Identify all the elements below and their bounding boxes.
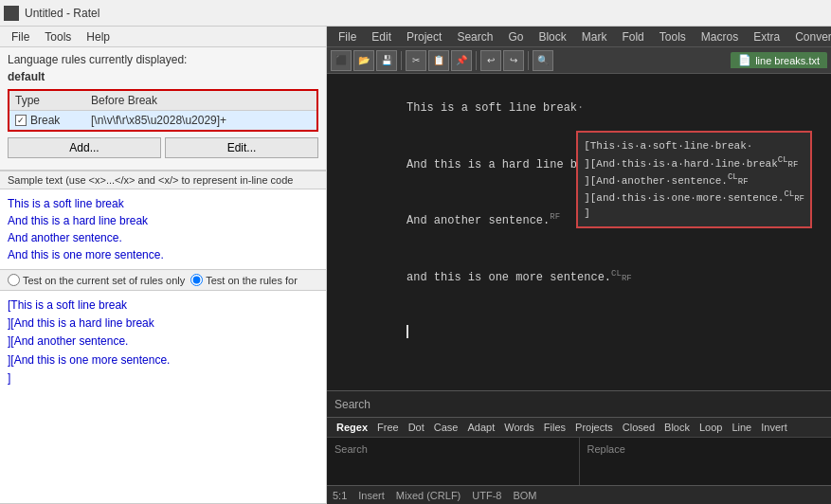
sample-text-area: This is a soft line break And this is a … [0, 189, 326, 270]
search-bar-label: Search [334, 398, 370, 411]
editor-content[interactable]: This is a soft line break· And this is a… [327, 74, 831, 390]
right-menu-block[interactable]: Block [531, 28, 573, 45]
right-menu-fold[interactable]: Fold [614, 28, 651, 45]
radio-rules[interactable] [190, 274, 203, 286]
opt-closed[interactable]: Closed [619, 420, 659, 435]
break-3: CL [611, 269, 622, 279]
right-menu-edit[interactable]: Edit [364, 28, 399, 45]
opt-line[interactable]: Line [728, 420, 755, 435]
add-button[interactable]: Add... [8, 137, 161, 158]
right-menu-mark[interactable]: Mark [574, 28, 615, 45]
right-menu-project[interactable]: Project [399, 28, 449, 45]
right-menu-macros[interactable]: Macros [694, 28, 746, 45]
overlay-line-0: [This·is·a·soft·line·break· [584, 138, 804, 154]
left-menu-bar: File Tools Help [0, 27, 326, 47]
opt-block[interactable]: Block [660, 420, 694, 435]
opt-files[interactable]: Files [540, 420, 569, 435]
sample-line-2: And another sentence. [8, 229, 318, 246]
status-charset: UTF-8 [472, 490, 501, 501]
status-position: 5:1 [333, 490, 347, 501]
result-line-4: ] [8, 369, 318, 387]
result-line-2: ][And another sentence. [8, 333, 318, 351]
result-text-area: [This is a soft line break ][And this is… [0, 291, 326, 504]
right-menu-bar: File Edit Project Search Go Block Mark F… [327, 27, 831, 47]
left-top: Language rules currently displayed: defa… [0, 47, 326, 171]
line-text-2: And another sentence. [406, 214, 550, 227]
search-inputs: Search Replace [327, 438, 831, 485]
search-panel: Regex Free Dot Case Adapt Words Files Pr… [327, 417, 831, 485]
tb-undo[interactable]: ↩ [480, 50, 501, 71]
radio-label-2[interactable]: Test on the rules for [190, 274, 298, 286]
sample-line-0: This is a soft line break [8, 195, 318, 212]
radio-row: Test on the current set of rules only Te… [0, 270, 326, 291]
title-bar: Untitled - Ratel [0, 0, 831, 27]
soft-break-0: · [577, 101, 584, 115]
rules-table: Type Before Break ✓ Break [9, 91, 316, 130]
opt-free[interactable]: Free [373, 420, 403, 435]
opt-regex[interactable]: Regex [333, 420, 371, 435]
sample-label: Sample text (use <x>...</x> and <x/> to … [0, 171, 326, 189]
search-overlay: [This·is·a·soft·line·break· ][And·this·i… [576, 131, 812, 228]
status-bom: BOM [513, 490, 536, 501]
menu-tools[interactable]: Tools [37, 28, 79, 45]
edit-button[interactable]: Edit... [165, 137, 318, 158]
line-text-3: and this is one more sentence. [406, 271, 611, 284]
menu-help[interactable]: Help [79, 28, 117, 45]
overlay-line-4: ] [584, 206, 804, 222]
replace-input-area[interactable]: Replace [580, 438, 832, 485]
tb-cut[interactable]: ✂ [406, 50, 426, 71]
language-label: Language rules currently displayed: [8, 53, 318, 66]
tb-open[interactable]: 📂 [353, 50, 374, 71]
right-menu-tools[interactable]: Tools [652, 28, 694, 45]
right-menu-go[interactable]: Go [500, 28, 531, 45]
overlay-line-2: ][And·another·sentence.CLRF [584, 171, 804, 189]
sample-line-1: And this is a hard line break [8, 212, 318, 229]
file-tab-icon: 📄 [738, 54, 751, 66]
sep-3 [528, 51, 529, 70]
overlay-line-3: ][and·this·is·one·more·sentence.CLRF [584, 189, 804, 206]
status-encoding: Mixed (CRLF) [396, 490, 461, 501]
search-input-area[interactable]: Search [327, 438, 580, 485]
tb-save[interactable]: 💾 [376, 50, 397, 71]
opt-adapt[interactable]: Adapt [463, 420, 498, 435]
toolbar-1: ⬛ 📂 💾 ✂ 📋 📌 ↩ ↪ 🔍 📄 line breaks.txt [327, 47, 831, 74]
btn-row: Add... Edit... [8, 137, 318, 158]
opt-loop[interactable]: Loop [696, 420, 726, 435]
opt-projects[interactable]: Projects [571, 420, 617, 435]
right-menu-search[interactable]: Search [449, 28, 500, 45]
radio-current[interactable] [8, 274, 20, 286]
title-text: Untitled - Ratel [25, 7, 99, 20]
table-row[interactable]: ✓ Break [\n\v\f\r\x85\u2028\u2029]+ [9, 111, 316, 131]
file-tab-name: line breaks.txt [755, 55, 820, 66]
tb-copy[interactable]: 📋 [428, 50, 449, 71]
right-menu-extra[interactable]: Extra [746, 28, 787, 45]
status-bar: 5:1 Insert Mixed (CRLF) UTF-8 BOM [327, 485, 831, 504]
line-text-1: And this is a hard line break [406, 158, 605, 171]
sample-line-3: And this is one more sentence. [8, 246, 318, 263]
menu-file[interactable]: File [4, 28, 37, 45]
file-tab[interactable]: 📄 line breaks.txt [731, 52, 827, 68]
tb-find[interactable]: 🔍 [533, 50, 553, 71]
tb-redo[interactable]: ↪ [503, 50, 524, 71]
type-value: Break [30, 114, 60, 127]
right-menu-file[interactable]: File [331, 28, 364, 45]
editor-area[interactable]: This is a soft line break· And this is a… [327, 74, 831, 504]
break-2: RF [550, 212, 560, 222]
opt-dot[interactable]: Dot [405, 420, 428, 435]
checkbox-cell: ✓ Break [15, 114, 80, 127]
result-line-3: ][And this is one more sentence. [8, 351, 318, 369]
opt-words[interactable]: Words [500, 420, 538, 435]
main-layout: File Tools Help Language rules currently… [0, 27, 831, 504]
app-icon [4, 6, 19, 21]
tb-new[interactable]: ⬛ [331, 50, 352, 71]
opt-case[interactable]: Case [430, 420, 462, 435]
radio-label-1[interactable]: Test on the current set of rules only [8, 274, 185, 286]
tb-paste[interactable]: 📌 [451, 50, 472, 71]
sep-1 [401, 51, 402, 70]
check-mark: ✓ [17, 116, 25, 125]
before-break-value: [\n\v\f\r\x85\u2028\u2029]+ [85, 111, 316, 131]
replace-field-label: Replace [584, 441, 828, 457]
opt-invert[interactable]: Invert [757, 420, 791, 435]
right-menu-convert[interactable]: Convert [787, 28, 831, 45]
checkbox-break[interactable]: ✓ [15, 115, 27, 126]
